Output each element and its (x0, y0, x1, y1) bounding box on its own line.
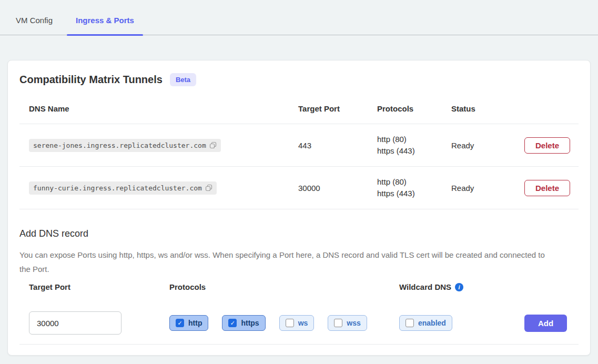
column-header-dns-name: DNS Name (29, 104, 298, 113)
page: VM Config Ingress & Ports Compatibility … (0, 0, 598, 364)
column-header-protocols: Protocols (377, 104, 451, 113)
checkbox-wildcard-enabled[interactable]: enabled (399, 315, 452, 331)
table-row: funny-curie.ingress.replicatedcluster.co… (19, 167, 579, 209)
tab-ingress-ports[interactable]: Ingress & Ports (67, 16, 143, 35)
beta-badge: Beta (170, 73, 196, 86)
tab-vm-config[interactable]: VM Config (16, 16, 53, 35)
copy-icon[interactable] (209, 141, 217, 149)
card-bottom-divider (19, 344, 579, 345)
delete-button[interactable]: Delete (524, 180, 570, 196)
add-button[interactable]: Add (524, 315, 567, 332)
dns-name-text: serene-jones.ingress.replicatedcluster.c… (33, 141, 206, 149)
tab-bar: VM Config Ingress & Ports (0, 0, 598, 35)
tunnels-table: DNS Name Target Port Protocols Status se… (19, 104, 579, 209)
checkbox-box (176, 319, 184, 327)
checkbox-box (406, 319, 414, 327)
target-port-cell: 443 (298, 141, 377, 150)
target-port-input[interactable] (29, 311, 121, 335)
dns-name-pill: serene-jones.ingress.replicatedcluster.c… (29, 139, 221, 152)
tunnels-card: Compatibility Matrix Tunnels Beta DNS Na… (7, 60, 591, 356)
table-header-row: DNS Name Target Port Protocols Status (19, 104, 579, 124)
checkbox-ws[interactable]: ws (279, 315, 315, 331)
table-row: serene-jones.ingress.replicatedcluster.c… (19, 124, 579, 167)
status-cell: Ready (451, 184, 524, 193)
add-dns-record-heading: Add DNS record (19, 228, 579, 239)
dns-name-text: funny-curie.ingress.replicatedcluster.co… (33, 184, 202, 192)
form-control-row: http https ws wss enabled (19, 311, 579, 335)
protocol-checkbox-group: http https ws wss (169, 315, 399, 331)
form-label-row: Target Port Protocols Wildcard DNS i (19, 282, 579, 291)
target-port-cell: 30000 (298, 184, 377, 193)
checkbox-box (334, 319, 342, 327)
protocols-cell: http (80) https (443) (377, 176, 451, 199)
card-title: Compatibility Matrix Tunnels (19, 74, 163, 86)
dns-name-pill: funny-curie.ingress.replicatedcluster.co… (29, 181, 217, 195)
add-dns-description: You can expose Ports using http, https, … (19, 248, 553, 276)
info-icon[interactable]: i (455, 283, 463, 291)
checkbox-box (228, 319, 237, 327)
column-header-target-port: Target Port (298, 104, 377, 113)
label-target-port: Target Port (29, 282, 169, 291)
checkbox-http[interactable]: http (169, 315, 208, 331)
copy-icon[interactable] (205, 184, 212, 191)
label-wildcard-dns: Wildcard DNS (399, 282, 451, 291)
protocols-cell: http (80) https (443) (377, 134, 451, 157)
checkbox-box (286, 319, 294, 327)
checkbox-https[interactable]: https (222, 315, 265, 331)
column-header-status: Status (451, 104, 524, 113)
card-header: Compatibility Matrix Tunnels Beta (19, 73, 579, 86)
status-cell: Ready (451, 141, 524, 150)
checkbox-wss[interactable]: wss (328, 315, 367, 331)
label-protocols: Protocols (169, 282, 399, 291)
delete-button[interactable]: Delete (524, 137, 570, 154)
